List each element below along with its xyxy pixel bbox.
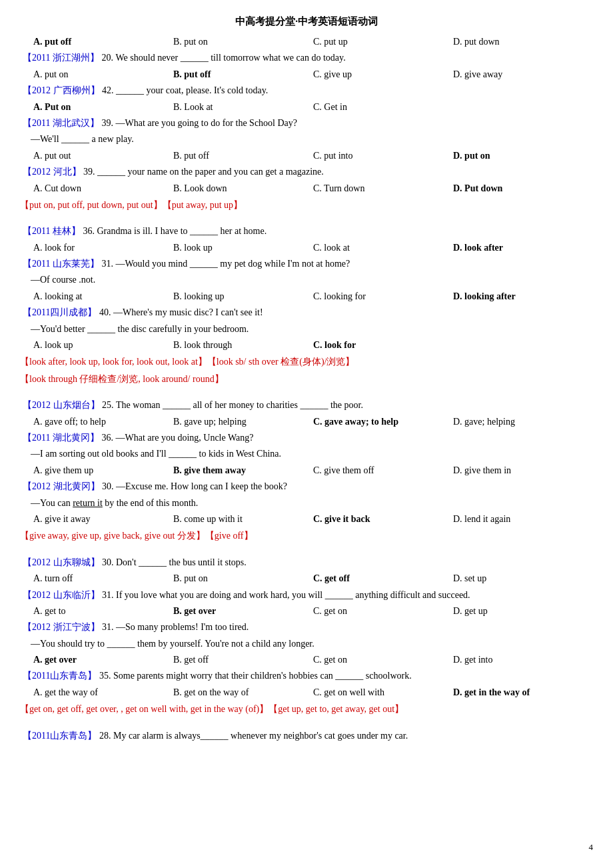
q35-a: A. get the way of [33, 685, 173, 700]
q40-d [453, 338, 593, 353]
q35-line: 【2011山东青岛】 35. Some parents might worry … [20, 669, 593, 683]
q42-choices: A. Put on B. Look at C. Get in [33, 100, 593, 115]
q40-b: B. look through [173, 338, 313, 353]
q42-text: 42. ______ your coat, please. It's cold … [102, 85, 268, 95]
q36b-choices: A. give them up B. give them away C. giv… [33, 463, 593, 478]
q30b-line: 【2012 山东聊城】 30. Don't ______ the bus unt… [20, 555, 593, 570]
q36a-choices: A. look for B. look up C. look at D. loo… [33, 241, 593, 255]
q35-c: C. get on well with [313, 685, 453, 700]
q28-line: 【2011山东青岛】 28. My car alarm is always___… [20, 729, 593, 743]
q30a-choices: A. give it away B. come up with it C. gi… [33, 512, 593, 527]
q31a-d: D. looking after [453, 289, 593, 304]
q31c-line: 【2012 浙江宁波】 31. —So many problems! I'm t… [20, 620, 593, 635]
q36a-a: A. look for [33, 241, 173, 255]
q30a-a: A. give it away [33, 512, 173, 527]
q36a-tag: 【2011 桂林】 [23, 226, 81, 236]
q42-b: B. Look at [173, 100, 313, 115]
q28-text: 28. My car alarm is always______ wheneve… [99, 731, 408, 741]
q31b-b: B. get over [173, 604, 313, 619]
q40-a: A. look up [33, 338, 173, 353]
q20-d: D. give away [453, 67, 593, 82]
q40-c: C. look for [313, 338, 453, 353]
q39b-b: B. Look down [173, 181, 313, 196]
q36b-a: A. give them up [33, 463, 173, 478]
q36b-line: 【2011 湖北黄冈】 36. —What are you doing, Unc… [20, 431, 593, 445]
q31a-a: A. looking at [33, 289, 173, 304]
choice-b-puton: B. put on [173, 35, 313, 49]
q31c-d: D. get into [453, 653, 593, 667]
q30a-c: C. give it back [313, 512, 453, 527]
q25-choices: A. gave off; to help B. gave up; helping… [33, 415, 593, 429]
q39a-choices: A. put out B. put off C. put into D. put… [33, 149, 593, 163]
q39a-b: B. put off [173, 149, 313, 163]
q30b-choices: A. turn off B. put on C. get off D. set … [33, 571, 593, 586]
q36a-line: 【2011 桂林】 36. Grandma is ill. I have to … [20, 224, 593, 239]
choice-a-putoff: A. put off [33, 35, 173, 49]
q31c-b: B. get off [173, 653, 313, 667]
q39a-subtext: —We'll ______ a new play. [20, 132, 593, 147]
q35-b: B. get on the way of [173, 685, 313, 700]
q31a-text: 31. —Would you mind ______ my pet dog wh… [101, 259, 350, 269]
q30a-tag: 【2012 湖北黄冈】 [23, 481, 100, 491]
page-title: 中高考提分堂·中考英语短语动词 [20, 13, 593, 29]
q40-text: 40. —Where's my music disc? I can't see … [99, 307, 263, 317]
initial-choices-row: A. put off B. put on C. put up D. put do… [33, 35, 593, 49]
q40-choices: A. look up B. look through C. look for [33, 338, 593, 353]
q39a-a: A. put out [33, 149, 173, 163]
q42-line: 【2012 广西柳州】 42. ______ your coat, please… [20, 83, 593, 98]
summary3: 【give away, give up, give back, give out… [20, 529, 593, 543]
choice-d-putdown: D. put down [453, 35, 593, 49]
q31a-choices: A. looking at B. looking up C. looking f… [33, 289, 593, 304]
q20-text: 20. We should never ______ till tomorrow… [101, 53, 345, 63]
q25-tag: 【2012 山东烟台】 [23, 400, 100, 410]
choice-c-putup: C. put up [313, 35, 453, 49]
q39a-text: 39. —What are you going to do for the Sc… [101, 118, 297, 128]
q25-line: 【2012 山东烟台】 25. The woman ______ all of … [20, 398, 593, 413]
q39a-c: C. put into [313, 149, 453, 163]
q31c-c: C. get on [313, 653, 453, 667]
q39a-d: D. put on [453, 149, 593, 163]
q31c-choices: A. get over B. get off C. get on D. get … [33, 653, 593, 667]
q30a-line: 【2012 湖北黄冈】 30. —Excuse me. How long can… [20, 479, 593, 494]
q31a-subtext: —Of course .not. [20, 273, 593, 287]
q39b-d: D. Put down [453, 181, 593, 196]
q39b-a: A. Cut down [33, 181, 173, 196]
q39b-line: 【2012 河北】 39. ______ your name on the pa… [20, 165, 593, 179]
q36b-b: B. give them away [173, 463, 313, 478]
q25-c: C. gave away; to help [313, 415, 453, 429]
q42-d [453, 100, 593, 115]
q39b-tag: 【2012 河北】 [23, 167, 81, 177]
q36b-c: C. give them off [313, 463, 453, 478]
q20-c: C. give up [313, 67, 453, 82]
q36a-c: C. look at [313, 241, 453, 255]
q36b-text: 36. —What are you doing, Uncle Wang? [101, 433, 253, 443]
q36a-b: B. look up [173, 241, 313, 255]
q40-tag: 【2011四川成都】 [23, 307, 97, 317]
q35-text: 35. Some parents might worry that their … [99, 671, 412, 681]
q30a-subtext: —You can return it by the end of this mo… [20, 496, 593, 511]
summary2a: 【look after, look up, look for, look out… [20, 355, 593, 369]
q42-c: C. Get in [313, 100, 453, 115]
q39a-tag: 【2011 湖北武汉】 [23, 118, 99, 128]
q25-text: 25. The woman ______ all of her money to… [102, 400, 363, 410]
q36b-tag: 【2011 湖北黄冈】 [23, 433, 99, 443]
q35-tag: 【2011山东青岛】 [23, 671, 97, 681]
q42-tag: 【2012 广西柳州】 [23, 85, 100, 95]
q39b-choices: A. Cut down B. Look down C. Turn down D.… [33, 181, 593, 196]
q31a-tag: 【2011 山东莱芜】 [23, 259, 99, 269]
q40-subtext: —You'd better ______ the disc carefully … [20, 322, 593, 337]
q36a-text: 36. Grandma is ill. I have to ______ her… [83, 226, 267, 236]
q30b-d: D. set up [453, 571, 593, 586]
q36b-subtext: —I am sorting out old books and I'll ___… [20, 447, 593, 461]
q36b-d: D. give them in [453, 463, 593, 478]
q31c-tag: 【2012 浙江宁波】 [23, 622, 100, 632]
q30b-text: 30. Don't ______ the bus until it stops. [102, 557, 247, 567]
summary2b: 【look through 仔细检查/浏览, look around/ roun… [20, 372, 593, 387]
q28-tag: 【2011山东青岛】 [23, 731, 97, 741]
q20-tag: 【2011 浙江湖州】 [23, 53, 99, 63]
q39b-c: C. Turn down [313, 181, 453, 196]
q20-b: B. put off [173, 67, 313, 82]
main-content: A. put off B. put on C. put up D. put do… [20, 35, 593, 743]
q30b-tag: 【2012 山东聊城】 [23, 557, 100, 567]
q25-b: B. gave up; helping [173, 415, 313, 429]
